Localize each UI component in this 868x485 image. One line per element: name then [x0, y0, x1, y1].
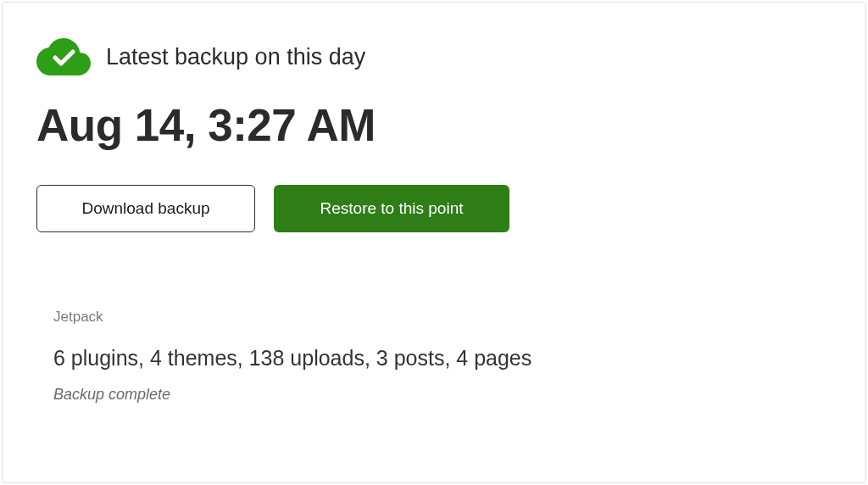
cloud-check-icon [36, 38, 91, 75]
backup-card: Latest backup on this day Aug 14, 3:27 A… [2, 2, 866, 483]
backup-summary: 6 plugins, 4 themes, 138 uploads, 3 post… [53, 346, 832, 371]
button-row: Download backup Restore to this point [36, 185, 832, 232]
backup-details: Jetpack 6 plugins, 4 themes, 138 uploads… [36, 309, 832, 404]
download-backup-button[interactable]: Download backup [36, 185, 255, 232]
backup-timestamp: Aug 14, 3:27 AM [36, 99, 832, 151]
header-title: Latest backup on this day [106, 44, 365, 70]
header-row: Latest backup on this day [36, 38, 832, 75]
restore-button[interactable]: Restore to this point [274, 185, 509, 232]
backup-status: Backup complete [53, 386, 832, 404]
backup-source-label: Jetpack [53, 309, 832, 326]
